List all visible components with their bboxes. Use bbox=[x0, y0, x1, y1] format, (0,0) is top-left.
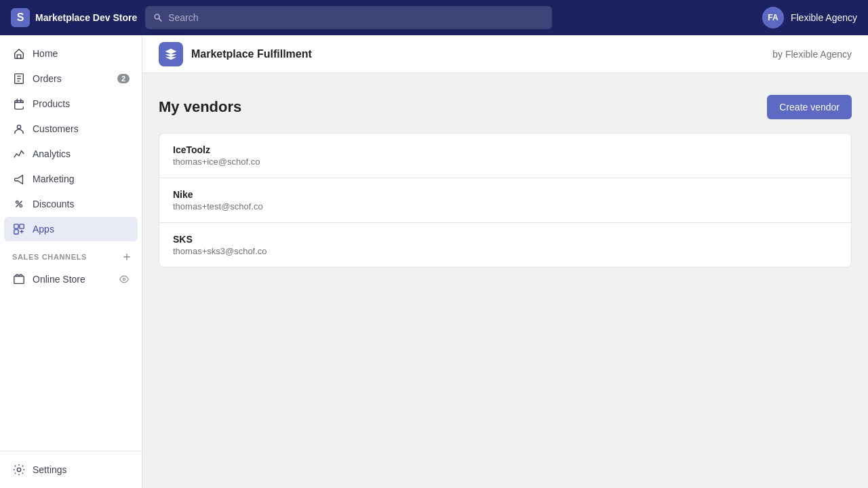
customers-icon bbox=[12, 122, 26, 136]
sidebar-item-analytics-label: Analytics bbox=[33, 148, 71, 159]
content-header: My vendors Create vendor bbox=[159, 95, 852, 119]
analytics-icon bbox=[12, 147, 26, 161]
sidebar-item-customers-label: Customers bbox=[33, 123, 79, 134]
add-sales-channel-button[interactable] bbox=[120, 250, 134, 264]
app-logo-icon bbox=[159, 42, 183, 66]
app-title: Marketplace Fulfillment bbox=[191, 48, 312, 60]
sales-channels-section: SALES CHANNELS bbox=[0, 242, 142, 266]
online-store-icon bbox=[12, 272, 26, 286]
store-logo[interactable]: S Marketplace Dev Store bbox=[11, 8, 137, 27]
sidebar-nav: Home Orders 2 Products bbox=[0, 35, 142, 451]
svg-point-9 bbox=[17, 468, 20, 471]
online-store-label: Online Store bbox=[33, 274, 85, 285]
svg-rect-6 bbox=[14, 230, 18, 234]
store-name: Marketplace Dev Store bbox=[35, 12, 137, 23]
content-area: My vendors Create vendor IceToolz thomas… bbox=[142, 73, 868, 488]
sidebar-item-apps[interactable]: Apps bbox=[4, 217, 138, 241]
settings-icon bbox=[12, 463, 26, 476]
username: Flexible Agency bbox=[791, 12, 857, 23]
sidebar-item-analytics[interactable]: Analytics bbox=[4, 142, 138, 166]
vendor-item[interactable]: Nike thomas+test@schof.co bbox=[159, 178, 851, 223]
sidebar-item-settings-label: Settings bbox=[33, 464, 67, 475]
page-title: My vendors bbox=[159, 98, 241, 116]
svg-point-3 bbox=[20, 205, 22, 207]
home-icon bbox=[12, 47, 26, 60]
sidebar-bottom: Settings bbox=[0, 451, 142, 488]
marketing-icon bbox=[12, 172, 26, 186]
sidebar-item-settings[interactable]: Settings bbox=[4, 458, 138, 482]
main-content: Marketplace Fulfillment by Flexible Agen… bbox=[142, 35, 868, 488]
vendor-name: SKS bbox=[173, 234, 837, 245]
search-input[interactable] bbox=[168, 12, 544, 23]
vendor-name: Nike bbox=[173, 189, 837, 200]
discounts-icon bbox=[12, 197, 26, 211]
svg-rect-7 bbox=[14, 277, 24, 284]
sidebar-item-home-label: Home bbox=[33, 48, 58, 59]
svg-point-1 bbox=[17, 125, 20, 129]
sidebar-item-marketing-label: Marketing bbox=[33, 174, 74, 184]
orders-icon bbox=[12, 72, 26, 85]
sidebar-item-discounts-label: Discounts bbox=[33, 199, 74, 209]
sales-channels-label: SALES CHANNELS bbox=[12, 253, 87, 261]
orders-badge: 2 bbox=[117, 74, 130, 83]
app-header: Marketplace Fulfillment by Flexible Agen… bbox=[142, 35, 868, 73]
search-icon bbox=[153, 13, 163, 22]
sidebar-item-discounts[interactable]: Discounts bbox=[4, 192, 138, 216]
apps-icon bbox=[12, 222, 26, 236]
shopify-icon: S bbox=[11, 8, 30, 27]
svg-rect-4 bbox=[14, 224, 18, 228]
app-by-text: by Flexible Agency bbox=[772, 49, 852, 60]
sidebar-item-customers[interactable]: Customers bbox=[4, 117, 138, 141]
search-bar[interactable] bbox=[145, 6, 552, 29]
sidebar-item-orders-label: Orders bbox=[33, 73, 62, 84]
top-navigation: S Marketplace Dev Store FA Flexible Agen… bbox=[0, 0, 868, 35]
app-header-left: Marketplace Fulfillment bbox=[159, 42, 312, 66]
vendor-item[interactable]: IceToolz thomas+ice@schof.co bbox=[159, 134, 851, 178]
vendor-email: thomas+sks3@schof.co bbox=[173, 246, 837, 256]
sidebar-item-orders[interactable]: Orders 2 bbox=[4, 66, 138, 91]
vendor-item[interactable]: SKS thomas+sks3@schof.co bbox=[159, 223, 851, 267]
sidebar: Home Orders 2 Products bbox=[0, 35, 142, 488]
vendor-email: thomas+test@schof.co bbox=[173, 201, 837, 211]
svg-point-8 bbox=[123, 278, 125, 280]
vendor-name: IceToolz bbox=[173, 144, 837, 155]
products-icon bbox=[12, 97, 26, 110]
avatar[interactable]: FA bbox=[762, 7, 784, 28]
sidebar-item-products[interactable]: Products bbox=[4, 92, 138, 116]
vendor-email: thomas+ice@schof.co bbox=[173, 157, 837, 167]
sidebar-item-online-store[interactable]: Online Store bbox=[4, 267, 138, 291]
sidebar-item-products-label: Products bbox=[33, 98, 70, 109]
sidebar-item-apps-label: Apps bbox=[33, 224, 54, 235]
create-vendor-button[interactable]: Create vendor bbox=[767, 95, 852, 119]
sidebar-item-marketing[interactable]: Marketing bbox=[4, 167, 138, 191]
sidebar-item-home[interactable]: Home bbox=[4, 41, 138, 66]
vendor-list: IceToolz thomas+ice@schof.co Nike thomas… bbox=[159, 133, 852, 268]
svg-point-2 bbox=[16, 201, 19, 204]
topnav-right: FA Flexible Agency bbox=[762, 7, 857, 28]
eye-icon[interactable] bbox=[119, 274, 130, 285]
svg-rect-5 bbox=[20, 224, 24, 228]
